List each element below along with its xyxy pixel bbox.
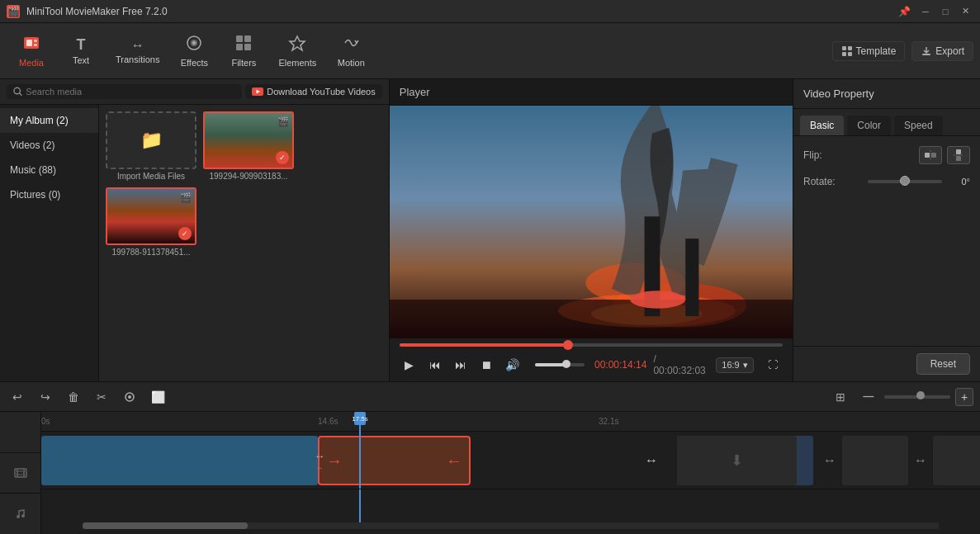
sidebar-item-label-music: Music (88) <box>10 164 56 176</box>
aspect-ratio-select[interactable]: 16:9 ▾ <box>716 357 753 373</box>
sidebar-item-my-album[interactable]: My Album (2) <box>0 108 98 133</box>
svg-rect-1 <box>26 40 32 46</box>
tab-speed[interactable]: Speed <box>894 116 943 135</box>
volume-icon[interactable]: 🔊 <box>503 355 522 375</box>
sidebar-item-videos[interactable]: Videos (2) <box>0 133 98 158</box>
clip-placeholder[interactable]: ⬇ <box>677 436 797 485</box>
motion-label: Motion <box>338 58 365 68</box>
search-input[interactable] <box>26 87 235 97</box>
media-thumb-2[interactable]: 🎬 ✓ 199788-911378451... <box>106 187 196 257</box>
svg-rect-42 <box>23 469 25 477</box>
placeholder-icon: ⬇ <box>731 451 743 470</box>
playhead-time-label: 17.5s <box>352 415 368 423</box>
svg-rect-31 <box>931 153 936 158</box>
media-panel: Download YouTube Videos My Album (2) Vid… <box>0 79 390 381</box>
horizontal-scrollbar[interactable] <box>83 522 939 529</box>
stop-button[interactable]: ⏹ <box>476 355 495 375</box>
toolbar-motion[interactable]: Motion <box>326 31 376 71</box>
filters-icon <box>234 34 253 56</box>
export-icon <box>921 45 932 57</box>
effects-label: Effects <box>181 58 208 68</box>
transfer-out-button[interactable]: ↔ <box>817 436 842 485</box>
folder-icon: 📁 <box>140 130 163 151</box>
cut-button[interactable]: ✂ <box>91 386 112 408</box>
skip-back-button[interactable]: ⏮ <box>425 355 444 375</box>
import-box-container[interactable]: 📁 <box>106 111 196 169</box>
import-media-box[interactable]: 📁 Import Media Files <box>106 111 196 181</box>
svg-rect-10 <box>244 44 251 50</box>
sidebar-item-pictures[interactable]: Pictures (0) <box>0 182 98 207</box>
delete-button[interactable]: 🗑 <box>63 386 84 408</box>
playhead[interactable]: 17.5s <box>359 412 361 489</box>
audio-detach-button[interactable] <box>119 386 140 408</box>
toolbar-transitions[interactable]: ↔ Transitions <box>106 35 169 68</box>
export-label: Export <box>935 45 964 57</box>
music-icon <box>15 508 26 520</box>
app-icon: 🎬 <box>7 5 20 18</box>
toolbar-filters[interactable]: Filters <box>219 31 268 71</box>
play-button[interactable]: ▶ <box>400 355 419 375</box>
toolbar-text[interactable]: T Text <box>56 33 106 69</box>
scrollbar-thumb[interactable] <box>83 522 248 529</box>
svg-rect-2 <box>34 40 37 42</box>
zoom-in-button[interactable]: + <box>955 388 973 406</box>
ruler-mark-0s: 0s <box>41 417 50 426</box>
thumb-container-1[interactable]: 🎬 ✓ <box>203 111 294 169</box>
svg-rect-3 <box>34 44 37 46</box>
maximize-button[interactable]: □ <box>937 3 954 20</box>
audio-track-icon[interactable] <box>0 494 40 534</box>
template-label: Template <box>856 45 897 57</box>
sidebar-item-music[interactable]: Music (88) <box>0 158 98 182</box>
flip-label: Flip: <box>803 149 822 161</box>
template-button[interactable]: Template <box>832 41 906 61</box>
close-button[interactable]: ✕ <box>957 3 973 20</box>
reset-button[interactable]: Reset <box>916 353 970 375</box>
skip-forward-button[interactable]: ⏭ <box>451 355 470 375</box>
download-youtube-button[interactable]: Download YouTube Videos <box>245 84 382 99</box>
layout-button[interactable]: ⊞ <box>830 386 851 408</box>
minimize-button[interactable]: ─ <box>917 3 934 20</box>
export-button[interactable]: Export <box>911 41 973 61</box>
clip-1[interactable] <box>41 436 318 485</box>
volume-bar[interactable] <box>535 363 585 366</box>
clip-expand-handle[interactable]: ↔ ↔ <box>303 436 336 485</box>
video-track-icon[interactable] <box>0 453 40 494</box>
template-icon <box>841 45 853 57</box>
undo-button[interactable]: ↩ <box>7 386 28 408</box>
transfer-icon-right[interactable]: ↔ <box>639 436 664 485</box>
empty-clip-slot[interactable] <box>842 436 908 485</box>
timeline-toolbar: ↩ ↪ 🗑 ✂ ⬜ ⊞ ─ + <box>0 382 980 412</box>
toolbar-elements[interactable]: Elements <box>268 31 326 71</box>
volume-slider[interactable] <box>535 363 585 366</box>
toolbar-media[interactable]: Media <box>7 31 56 71</box>
flip-vertical-button[interactable] <box>947 146 970 164</box>
player-panel: Player <box>390 79 793 381</box>
tab-basic[interactable]: Basic <box>800 116 844 135</box>
track-area: 0s 14.6s 32.1s ↔ <box>41 412 980 534</box>
svg-line-18 <box>20 93 22 96</box>
crop-button[interactable]: ⬜ <box>147 386 168 408</box>
rotate-slider[interactable] <box>868 180 942 183</box>
svg-rect-34 <box>956 156 961 161</box>
media-thumb-1[interactable]: 🎬 ✓ 199294-909903183... <box>203 111 294 181</box>
flip-horizontal-button[interactable] <box>919 146 942 164</box>
zoom-slider[interactable] <box>884 395 950 399</box>
svg-rect-15 <box>848 52 852 56</box>
svg-rect-30 <box>925 153 930 158</box>
main-area: Download YouTube Videos My Album (2) Vid… <box>0 79 980 381</box>
transfer-in2-button[interactable]: ↔ <box>908 436 933 485</box>
reset-row: Reset <box>793 346 980 381</box>
progress-bar[interactable] <box>400 343 783 347</box>
transitions-label: Transitions <box>116 54 159 64</box>
tab-color[interactable]: Color <box>847 116 891 135</box>
redo-button[interactable]: ↪ <box>35 386 56 408</box>
media-icon <box>22 34 40 56</box>
fullscreen-button[interactable]: ⛶ <box>764 355 783 375</box>
volume-thumb <box>562 360 570 368</box>
import-label: Import Media Files <box>117 172 185 181</box>
toolbar-effects[interactable]: Effects <box>169 31 219 71</box>
clip-2[interactable]: → ← <box>318 436 471 485</box>
zoom-out-button[interactable]: ─ <box>858 386 879 408</box>
thumb-container-2[interactable]: 🎬 ✓ <box>106 187 196 245</box>
empty-clip-slot-2[interactable] <box>933 436 980 485</box>
